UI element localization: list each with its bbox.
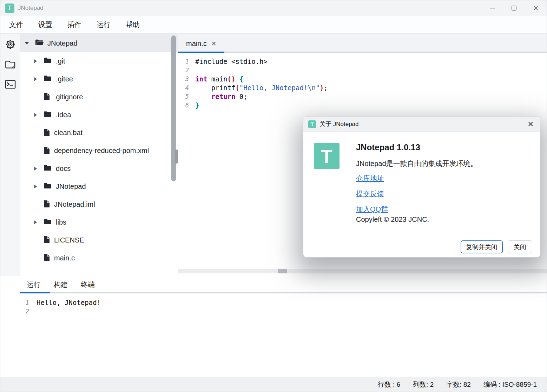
gear-icon[interactable] [4,38,17,51]
tree-root-jnotepad[interactable]: JNotepad [20,34,178,52]
tree-item-label: clean.bat [54,129,83,137]
about-link-feedback[interactable]: 提交反馈 [356,189,384,199]
menu-item-run[interactable]: 运行 [97,20,111,29]
file-icon [44,200,50,209]
folder-icon [44,111,52,119]
chevron-down-icon[interactable] [25,40,29,46]
menu-bar: 文件设置插件运行帮助 [0,16,547,34]
about-app-name: JNotepad 1.0.13 [356,142,420,152]
splitter-handle[interactable] [175,150,178,164]
title-bar: T JNotepad ✕ [0,0,547,16]
app-window: T JNotepad ✕ 文件设置插件运行帮助 JNotepad .git.gi… [0,0,547,392]
line-number: 4 [180,84,189,91]
about-copyright: Copyleft © 2023 JCNC. [356,215,429,224]
tree-item-label: JNotepad.iml [54,200,95,208]
minimize-icon [490,8,495,8]
tree-items: .git.gitee.gitignore.ideaclean.batdepend… [20,52,178,267]
active-tab-underline [178,52,224,53]
dialog-close-button[interactable]: 关闭 [508,240,532,253]
menu-item-help[interactable]: 帮助 [126,20,140,29]
chevron-right-icon[interactable] [34,184,38,189]
run-output[interactable]: 1Hello, JNotepad!2 [20,293,547,315]
chevron-right-icon[interactable] [34,59,38,64]
code-line: 6} [178,101,547,109]
menu-item-settings[interactable]: 设置 [38,20,52,29]
menu-item-plugins[interactable]: 插件 [67,20,81,29]
code-text: printf("Hello, JNotepad!\n"); [195,84,328,92]
status-line-count: 行数 : 6 [378,380,400,389]
tree-item-gitee[interactable]: .gitee [20,70,178,88]
file-icon [44,146,50,155]
chevron-right-icon[interactable] [34,113,38,117]
folder-open-icon [35,39,44,47]
tree-item-label: docs [56,165,71,173]
editor-hscrollbar[interactable] [178,269,547,273]
output-line-number: 2 [24,308,29,315]
editor-hscrollbar-thumb[interactable] [278,269,287,273]
line-number: 1 [180,58,189,65]
bottom-tab-bar: 运行构建终端 [20,276,547,293]
file-icon [44,254,50,263]
tab-close-icon[interactable]: ✕ [211,40,216,47]
chevron-right-icon[interactable] [34,77,38,81]
file-icon [44,128,50,138]
tree-item-main-c[interactable]: main.c [20,249,178,267]
about-app-logo: T [314,143,340,169]
tree-root-label: JNotepad [47,39,78,47]
tree-item-label: main.c [54,254,75,262]
tab-label: main.c [186,40,207,48]
chevron-right-icon[interactable] [34,220,38,225]
bottom-active-tab-underline [20,292,50,293]
tree-item-label: .gitee [56,75,73,83]
status-encoding: 编码 : ISO-8859-1 [483,380,537,389]
folder-icon [44,165,52,173]
menu-item-file[interactable]: 文件 [9,20,23,29]
dialog-close-icon[interactable]: ✕ [527,117,534,132]
bottom-tab-run[interactable]: 运行 [27,280,41,290]
tree-item-label: LICENSE [54,236,84,244]
editor-tab-strip: main.c ✕ [178,34,547,53]
tree-item-clean-bat[interactable]: clean.bat [20,124,178,142]
copy-and-close-button[interactable]: 复制并关闭 [461,240,503,253]
about-link-repo[interactable]: 仓库地址 [356,174,384,183]
folder-icon [44,218,52,226]
tree-item-idea[interactable]: .idea [20,106,178,124]
code-editor[interactable]: 1#include <stdio.h>23int main() {4 print… [178,53,547,109]
bottom-tab-build[interactable]: 构建 [54,280,68,290]
tree-item-jnotepad-iml[interactable]: JNotepad.iml [20,195,178,213]
folder-icon[interactable] [4,58,17,71]
about-app-description: JNotepad是一款自由的集成开发环境。 [356,159,477,168]
tree-item-license[interactable]: LICENSE [20,231,178,249]
maximize-button[interactable] [503,0,525,16]
output-line: 1Hello, JNotepad! [20,298,547,307]
tree-item-libs[interactable]: libs [20,213,178,231]
tab-main-c[interactable]: main.c ✕ [178,34,223,53]
tree-item-label: .idea [56,111,71,119]
about-dialog: T 关于 JNotepad ✕ T JNotepad 1.0.13 JNotep… [303,116,540,258]
tree-item-label: JNotepad [56,182,86,191]
tree-item-label: .git [56,57,65,65]
tree-item-jnotepad[interactable]: JNotepad [20,178,178,195]
folder-icon [44,57,52,65]
tree-item-gitignore[interactable]: .gitignore [20,88,178,106]
tree-item-docs[interactable]: docs [20,160,178,178]
tree-item-dependency-reduced-pom-xml[interactable]: dependency-reduced-pom.xml [20,142,178,160]
line-number: 3 [180,75,189,82]
status-bar: 行数 : 6列数: 2字数: 82编码 : ISO-8859-1 [0,377,547,392]
terminal-icon[interactable] [4,78,17,91]
minimize-button[interactable] [481,0,503,16]
close-button[interactable]: ✕ [525,0,547,16]
bottom-tab-terminal[interactable]: 终端 [81,280,95,290]
chevron-right-icon[interactable] [34,166,38,171]
window-title: JNotepad [18,5,44,12]
tree-item-git[interactable]: .git [20,52,178,70]
file-icon [44,93,50,102]
file-tree: JNotepad .git.gitee.gitignore.ideaclean.… [20,34,178,276]
status-char-count: 字数: 82 [446,380,471,389]
code-text: return 0; [195,93,248,100]
about-link-qq-group[interactable]: 加入QQ群 [356,205,388,214]
code-text: } [195,101,199,109]
code-text: #include <stdio.h> [195,58,268,65]
about-dialog-body: T JNotepad 1.0.13 JNotepad是一款自由的集成开发环境。 … [303,132,540,258]
close-icon: ✕ [533,5,539,12]
